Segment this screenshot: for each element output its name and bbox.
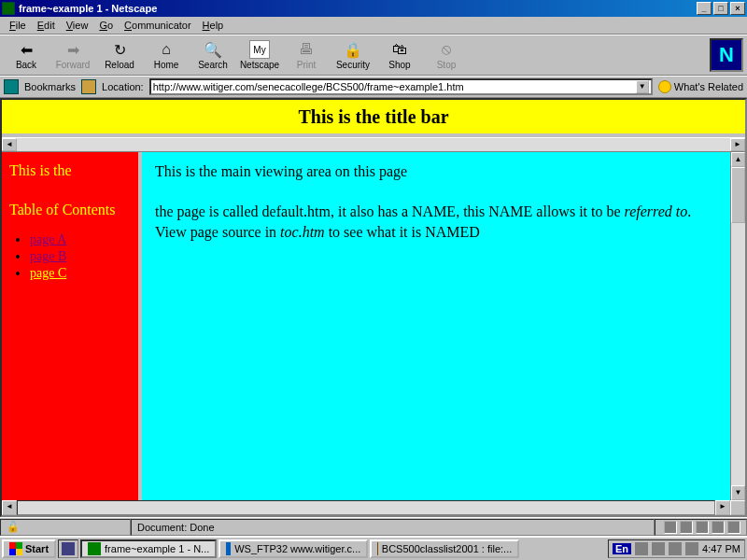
- search-button[interactable]: 🔍Search: [190, 36, 235, 74]
- url-dropdown-button[interactable]: ▼: [636, 80, 649, 93]
- taskbar-app-icon: [88, 542, 101, 555]
- component-icon[interactable]: [680, 521, 693, 534]
- tray-icon[interactable]: [635, 542, 648, 555]
- home-icon: ⌂: [157, 40, 176, 59]
- scroll-right-icon[interactable]: ►: [730, 138, 745, 151]
- toc-frame: This is the Table of Contents page A pag…: [2, 152, 142, 500]
- status-left: 🔓: [0, 519, 131, 536]
- netscape-icon: My: [249, 40, 270, 59]
- taskbar-app-icon: [377, 542, 378, 555]
- scroll-thumb[interactable]: [731, 167, 745, 223]
- back-button[interactable]: ⬅Back: [4, 36, 49, 74]
- frame-title-text: This is the title bar: [298, 106, 448, 128]
- maximize-button[interactable]: □: [713, 2, 728, 15]
- taskbar-item-wsftp[interactable]: WS_FTP32 www.witiger.c...: [218, 539, 368, 558]
- windows-flag-icon: [9, 542, 22, 555]
- menu-go[interactable]: Go: [93, 18, 119, 33]
- list-item: page C: [30, 266, 131, 281]
- security-icon: 🔒: [344, 40, 362, 59]
- menu-communicator[interactable]: Communicator: [119, 18, 197, 33]
- content-area: This is the title bar ◄ ► This is the Ta…: [0, 98, 747, 517]
- scroll-left-icon[interactable]: ◄: [2, 500, 17, 515]
- menu-file[interactable]: File: [4, 18, 32, 33]
- menu-view[interactable]: View: [61, 18, 94, 33]
- security-button[interactable]: 🔒Security: [331, 36, 375, 74]
- menu-edit[interactable]: Edit: [32, 18, 61, 33]
- status-lock-icon: 🔓: [7, 521, 20, 533]
- location-bar: Bookmarks Location: http://www.witiger.c…: [0, 76, 747, 98]
- url-field[interactable]: http://www.witiger.com/senecacollege/BCS…: [149, 78, 653, 95]
- scroll-corner: [730, 500, 745, 515]
- location-icon: [81, 79, 96, 94]
- component-icon[interactable]: [664, 521, 677, 534]
- scroll-down-icon[interactable]: ▼: [731, 485, 745, 500]
- minimize-button[interactable]: _: [697, 2, 712, 15]
- netscape-button[interactable]: MyNetscape: [237, 36, 282, 74]
- toolbar: ⬅Back ➡Forward ↻Reload ⌂Home 🔍Search MyN…: [0, 35, 747, 76]
- home-button[interactable]: ⌂Home: [144, 36, 189, 74]
- taskbar-item-netscape[interactable]: frame~example 1 - N...: [80, 539, 217, 558]
- system-tray: En 4:47 PM: [608, 539, 745, 558]
- quick-launch: [58, 539, 78, 558]
- main-frame: This is the main viewing area on this pa…: [142, 152, 730, 500]
- title-frame-scrollbar[interactable]: ◄ ►: [2, 137, 745, 152]
- menu-help[interactable]: Help: [197, 18, 230, 33]
- scroll-right-icon[interactable]: ►: [715, 500, 730, 515]
- status-bar: 🔓 Document: Done: [0, 517, 747, 536]
- clock[interactable]: 4:47 PM: [702, 543, 740, 554]
- shop-button[interactable]: 🛍Shop: [377, 36, 422, 74]
- language-indicator[interactable]: En: [613, 543, 631, 554]
- toc-link-page-b[interactable]: page B: [30, 249, 66, 263]
- toc-link-page-c[interactable]: page C: [30, 266, 66, 280]
- print-button[interactable]: 🖶Print: [284, 36, 329, 74]
- taskbar-app-icon: [226, 542, 231, 555]
- whats-related-button[interactable]: What's Related: [658, 80, 743, 93]
- reload-icon: ↻: [110, 40, 129, 59]
- netscape-brand-icon: N: [710, 38, 743, 72]
- toc-list: page A page B page C: [9, 232, 131, 281]
- close-button[interactable]: ×: [730, 2, 745, 15]
- component-icon[interactable]: [712, 521, 725, 534]
- component-icon[interactable]: [696, 521, 709, 534]
- back-icon: ⬅: [17, 40, 35, 59]
- quick-launch-icon[interactable]: [62, 542, 75, 555]
- main-line-1: This is the main viewing area on this pa…: [155, 161, 717, 182]
- stop-button[interactable]: ⦸Stop: [424, 36, 469, 74]
- scroll-left-icon[interactable]: ◄: [2, 138, 17, 151]
- tray-icon[interactable]: [652, 542, 665, 555]
- url-text: http://www.witiger.com/senecacollege/BCS…: [153, 81, 464, 92]
- component-icon[interactable]: [727, 521, 740, 534]
- bookmarks-icon[interactable]: [4, 79, 19, 94]
- shop-icon: 🛍: [390, 40, 409, 59]
- search-icon: 🔍: [204, 40, 222, 59]
- related-icon: [658, 80, 671, 93]
- scroll-up-icon[interactable]: ▲: [731, 152, 745, 167]
- bookmarks-label[interactable]: Bookmarks: [24, 81, 76, 92]
- stop-icon: ⦸: [437, 40, 456, 59]
- main-line-2: the page is called default.htm, it also …: [155, 202, 717, 242]
- app-icon: [2, 2, 15, 15]
- toc-heading: This is the Table of Contents: [9, 161, 131, 219]
- menu-bar: File Edit View Go Communicator Help: [0, 17, 747, 35]
- forward-button[interactable]: ➡Forward: [50, 36, 95, 74]
- tray-icon[interactable]: [669, 542, 682, 555]
- taskbar: Start frame~example 1 - N... WS_FTP32 ww…: [0, 536, 747, 560]
- window-titlebar: frame~example 1 - Netscape _ □ ×: [0, 0, 747, 17]
- frame-body: This is the Table of Contents page A pag…: [2, 152, 745, 500]
- print-icon: 🖶: [297, 40, 316, 59]
- location-label: Location:: [102, 81, 144, 92]
- volume-icon[interactable]: [685, 542, 698, 555]
- window-title: frame~example 1 - Netscape: [19, 3, 157, 14]
- toc-link-page-a[interactable]: page A: [30, 232, 66, 246]
- start-button[interactable]: Start: [2, 539, 56, 558]
- list-item: page B: [30, 249, 131, 264]
- reload-button[interactable]: ↻Reload: [97, 36, 142, 74]
- frame-title: This is the title bar: [2, 100, 745, 137]
- forward-icon: ➡: [63, 40, 82, 59]
- taskbar-item-bcs500[interactable]: BCS500classlist2001 : file:...: [370, 539, 519, 558]
- status-icons: [655, 519, 747, 536]
- bottom-scrollbar[interactable]: ◄ ►: [2, 500, 745, 515]
- vertical-scrollbar[interactable]: ▲ ▼: [730, 152, 745, 500]
- list-item: page A: [30, 232, 131, 247]
- status-text: Document: Done: [131, 519, 655, 536]
